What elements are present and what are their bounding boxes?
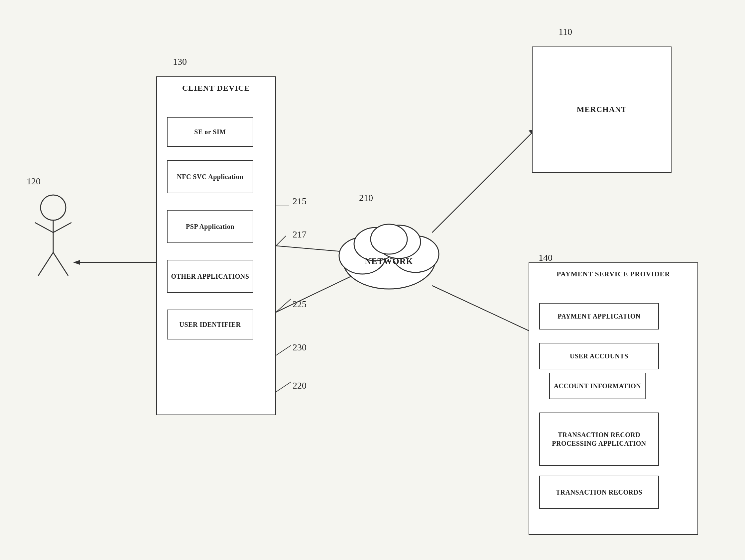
svg-point-22 [40, 195, 66, 220]
svg-line-6 [432, 133, 532, 233]
svg-line-15 [276, 345, 291, 355]
svg-text:NETWORK: NETWORK [365, 256, 413, 266]
ref-215: 215 [293, 196, 306, 207]
client-device-box: CLIENT DEVICE SE or SIM NFC SVC Applicat… [156, 76, 276, 415]
ref-225: 225 [293, 299, 306, 310]
svg-line-24 [35, 222, 53, 233]
user-id-label: USER IDENTIFIER [180, 320, 241, 329]
svg-line-26 [38, 252, 53, 276]
account-info-label: ACCOUNT INFORMATION [554, 382, 641, 390]
ref-120: 120 [27, 176, 40, 187]
payment-app-box: PAYMENT APPLICATION [539, 303, 659, 329]
payment-app-label: PAYMENT APPLICATION [557, 312, 640, 320]
ref-217: 217 [293, 229, 306, 240]
txn-records-box: TRANSACTION RECORDS [539, 476, 659, 509]
nfc-svc-label: NFC SVC Application [177, 172, 244, 181]
se-sim-label: SE or SIM [194, 128, 226, 136]
psp-app-box: PSP Application [167, 210, 253, 243]
other-apps-box: OTHER APPLICATIONS [167, 260, 253, 293]
ref-110: 110 [558, 27, 572, 37]
svg-point-33 [371, 224, 407, 254]
svg-line-8 [432, 286, 532, 332]
nfc-svc-box: NFC SVC Application [167, 160, 253, 193]
user-accounts-label: USER ACCOUNTS [570, 352, 628, 360]
svg-line-25 [53, 222, 71, 233]
psp-app-label: PSP Application [186, 222, 234, 231]
svg-line-27 [53, 252, 68, 276]
psp-box: PAYMENT SERVICE PROVIDER PAYMENT APPLICA… [528, 262, 698, 535]
ref-230: 230 [293, 342, 306, 353]
person-figure [32, 193, 75, 280]
ref-220: 220 [293, 380, 306, 391]
other-apps-label: OTHER APPLICATIONS [171, 272, 249, 281]
diagram-container: 110 120 130 140 210 215 217 225 230 220 … [0, 0, 745, 560]
user-accounts-box: USER ACCOUNTS [539, 343, 659, 369]
ref-140: 140 [539, 252, 552, 263]
network-cloud: NETWORK [332, 193, 446, 300]
txn-record-label: TRANSACTION RECORD PROCESSING APPLICATIO… [540, 430, 658, 448]
user-id-box: USER IDENTIFIER [167, 310, 253, 340]
se-sim-box: SE or SIM [167, 117, 253, 147]
client-device-label: CLIENT DEVICE [182, 84, 250, 92]
ref-130: 130 [173, 57, 187, 67]
svg-line-13 [276, 236, 286, 246]
txn-records-label: TRANSACTION RECORDS [556, 488, 642, 496]
merchant-box: MERCHANT [532, 46, 672, 173]
psp-label: PAYMENT SERVICE PROVIDER [556, 270, 670, 278]
svg-line-14 [276, 299, 291, 312]
merchant-label: MERCHANT [577, 104, 627, 114]
svg-line-16 [276, 382, 291, 392]
account-info-box: ACCOUNT INFORMATION [549, 373, 646, 399]
txn-record-box: TRANSACTION RECORD PROCESSING APPLICATIO… [539, 413, 659, 466]
